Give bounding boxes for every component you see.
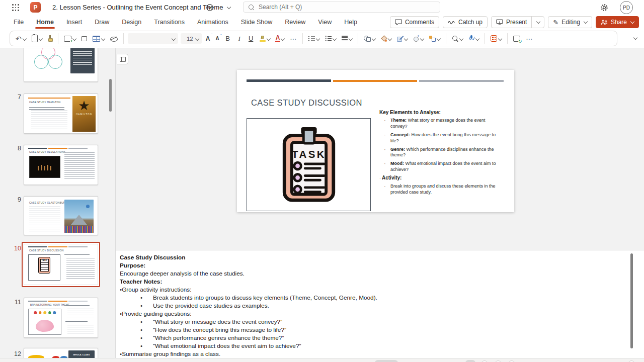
collapse-ribbon-icon[interactable] (633, 36, 637, 40)
shape-outline-button[interactable] (395, 32, 409, 45)
grow-font-button[interactable]: Aˆ (204, 32, 212, 45)
tab-view[interactable]: View (317, 17, 333, 28)
slide-9-thumbnail[interactable]: CASE STUDY GLASTONBURY FESTIVAL (24, 196, 98, 235)
font-name-combobox[interactable] (128, 33, 178, 44)
paste-button[interactable] (30, 32, 44, 45)
share-label: Share (611, 19, 627, 26)
collapse-pane-button[interactable] (117, 54, 128, 64)
tab-transitions[interactable]: Transitions (153, 17, 186, 28)
status-control-partial[interactable] (465, 360, 475, 362)
divider (485, 33, 485, 44)
whole-class-box: WHOLE-CLASS (68, 350, 95, 358)
thumb-title: CASE STUDY HAMILTON (29, 101, 60, 104)
bullets-button[interactable] (307, 32, 321, 45)
chevron-down-icon (195, 36, 199, 40)
find-button[interactable] (450, 32, 464, 45)
shape-fill-button[interactable] (379, 32, 393, 45)
title-bar: P 2. Lesson Series - Outlining the Event… (0, 0, 644, 15)
slide-editor-surface[interactable]: CASE STUDY DISCUSSION TASK (237, 70, 514, 212)
shapes-icon (364, 36, 371, 42)
hide-slide-button[interactable] (109, 32, 119, 45)
workspace: MATTERS 7 CASE STUDY HAMILTON ★ HAMILTON… (0, 48, 644, 358)
format-painter-button[interactable] (46, 32, 54, 45)
present-label: Present (506, 19, 527, 26)
task-image-frame[interactable]: TASK (247, 118, 371, 211)
slide-6-thumbnail[interactable]: MATTERS (24, 48, 98, 82)
tab-draw[interactable]: Draw (94, 17, 110, 28)
underline-button[interactable]: U (247, 32, 256, 45)
slide-canvas: CASE STUDY DISCUSSION TASK (115, 48, 644, 250)
title-chevron-down-icon[interactable] (227, 5, 231, 9)
thumbnail-scrollbar[interactable] (109, 79, 112, 112)
new-slide-button[interactable] (62, 32, 77, 45)
tab-slide-show[interactable]: Slide Show (240, 17, 274, 28)
grow-font-icon: Aˆ (206, 36, 210, 42)
text-highlight-button[interactable] (258, 32, 272, 45)
present-button[interactable]: Present (491, 16, 544, 28)
slide-7-number: 7 (11, 94, 21, 101)
italic-button[interactable]: I (235, 32, 244, 45)
tab-file[interactable]: File (13, 17, 25, 28)
tab-design[interactable]: Design (121, 17, 142, 28)
font-color-button[interactable]: A (274, 32, 286, 45)
dictate-button[interactable] (467, 32, 480, 45)
arrange-button[interactable] (428, 32, 442, 45)
settings-gear-icon[interactable] (600, 3, 609, 12)
align-button[interactable] (340, 32, 354, 45)
tab-home[interactable]: Home (35, 17, 55, 28)
present-dropdown[interactable] (531, 17, 544, 28)
comments-button[interactable]: Comments (390, 16, 439, 28)
search-input[interactable] (258, 3, 426, 11)
chevron-down-icon (388, 36, 392, 40)
text-lines-placeholder (67, 325, 94, 334)
autosave-status-icon (206, 4, 214, 12)
chevron-down-icon (536, 20, 540, 24)
notes-scrollbar[interactable] (630, 253, 633, 348)
notes-toggle-partial[interactable] (375, 360, 398, 362)
slide-title[interactable]: CASE STUDY DISCUSSION (251, 98, 362, 108)
numbering-button[interactable] (324, 32, 338, 45)
designer-icon (491, 35, 497, 42)
app-launcher-icon[interactable] (12, 4, 19, 11)
shapes-button[interactable] (362, 32, 377, 45)
slide-7-thumbnail[interactable]: CASE STUDY HAMILTON ★ HAMILTON (24, 94, 98, 134)
shape-effects-button[interactable] (412, 32, 425, 45)
slide-12-thumbnail[interactable]: WHOLE-CLASS (24, 348, 98, 358)
more-commands-button[interactable] (524, 32, 534, 45)
text-lines-placeholder (66, 258, 95, 280)
italic-icon: I (236, 35, 243, 43)
duplicate-slide-button[interactable] (80, 32, 89, 45)
tab-insert[interactable]: Insert (65, 17, 83, 28)
venn-diagram-graphic (29, 48, 68, 75)
new-slide-icon (64, 36, 71, 42)
slide-8-thumbnail[interactable]: CASE STUDY REVELATIONS (24, 145, 98, 185)
speaker-notes-pane[interactable]: Case Study Discussion Purpose: Encourage… (115, 250, 644, 358)
editing-mode-button[interactable]: Editing (548, 16, 592, 28)
slide-10-thumbnail[interactable]: CASE STUDY DISCUSSION TASK (24, 244, 98, 285)
reuse-slides-button[interactable] (512, 32, 522, 45)
account-avatar[interactable]: PD (620, 1, 633, 14)
powerpoint-logo-icon[interactable]: P (30, 2, 41, 13)
tab-review[interactable]: Review (284, 17, 306, 28)
bold-button[interactable]: B (223, 32, 232, 45)
document-title[interactable]: 2. Lesson Series - Outlining the Event C… (52, 4, 223, 11)
catch-up-button[interactable]: Catch up (443, 16, 488, 28)
slide-body-text[interactable]: Key Elements to Analyse: · Theme: What s… (379, 110, 498, 196)
share-button[interactable]: Share (596, 16, 639, 28)
slide-11-thumbnail[interactable]: BRAINSTORMING YOUR THEME (24, 298, 98, 338)
table-button[interactable] (91, 32, 106, 45)
shape-fill-icon (381, 36, 387, 42)
search-bar[interactable] (243, 2, 440, 13)
chevron-down-icon (281, 36, 285, 40)
tab-help[interactable]: Help (343, 17, 358, 28)
pencil-icon (553, 19, 558, 26)
slide-10-selection-border[interactable]: CASE STUDY DISCUSSION TASK (22, 242, 100, 287)
bullet-icon: • (140, 334, 153, 342)
undo-button[interactable] (14, 32, 28, 45)
font-size-combobox[interactable]: 12 (181, 33, 202, 44)
more-font-options-button[interactable] (288, 32, 298, 45)
designer-button[interactable] (489, 32, 503, 45)
festival-photo (64, 200, 94, 233)
tab-animations[interactable]: Animations (196, 17, 229, 28)
shrink-font-button[interactable]: Aˇ (214, 32, 220, 45)
